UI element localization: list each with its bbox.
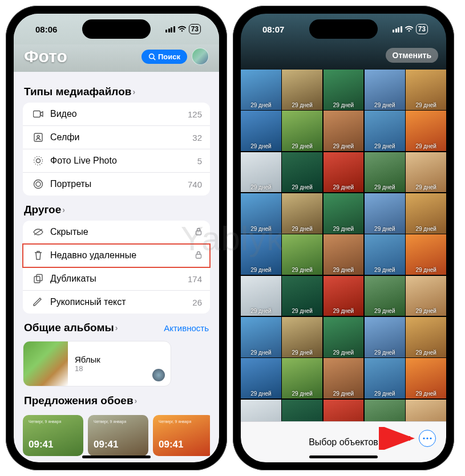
section-wallpaper-header[interactable]: Предложения обоев › bbox=[23, 387, 210, 412]
lock-icon bbox=[195, 227, 202, 237]
photo-thumbnail[interactable]: 29 дней bbox=[406, 193, 446, 234]
photo-thumbnail[interactable]: 29 дней bbox=[365, 358, 405, 398]
photo-thumbnail[interactable]: 29 дней bbox=[324, 276, 364, 316]
days-remaining-label: 29 дней bbox=[292, 226, 312, 232]
trash-icon bbox=[31, 250, 46, 261]
svg-rect-10 bbox=[196, 231, 201, 235]
livephoto-icon bbox=[31, 156, 46, 166]
photo-thumbnail[interactable]: 29 ДНЕЙ bbox=[365, 400, 405, 422]
media-row-video[interactable]: Видео125 bbox=[23, 103, 210, 126]
photo-thumbnail[interactable]: 29 дней bbox=[324, 234, 364, 275]
media-row-livephoto[interactable]: Фото Live Photo5 bbox=[23, 149, 210, 173]
photo-grid: 29 дней29 дней29 дней29 дней29 дней29 дн… bbox=[241, 70, 446, 421]
photo-thumbnail[interactable]: 29 дней bbox=[406, 358, 446, 398]
row-value: 5 bbox=[197, 156, 202, 166]
days-remaining-label: 29 дней bbox=[292, 308, 312, 314]
photo-thumbnail[interactable]: 29 дней bbox=[241, 193, 281, 234]
other-row-hidden[interactable]: Скрытые bbox=[23, 221, 210, 244]
days-remaining-label: 29 дней bbox=[250, 390, 271, 397]
photo-thumbnail[interactable]: 29 дней bbox=[324, 358, 364, 398]
photo-thumbnail[interactable]: 29 дней bbox=[241, 152, 281, 193]
photo-thumbnail[interactable]: 29 дней bbox=[365, 276, 405, 316]
photo-thumbnail[interactable]: 29 дней bbox=[365, 70, 405, 110]
photo-thumbnail[interactable]: 29 дней bbox=[324, 317, 364, 357]
days-remaining-label: 29 дней bbox=[415, 143, 436, 149]
photo-thumbnail[interactable]: 29 дней bbox=[282, 276, 322, 316]
row-label: Скрытые bbox=[50, 227, 195, 237]
photo-thumbnail[interactable]: 29 ДНЕЙ bbox=[282, 400, 322, 422]
photo-thumbnail[interactable]: 29 дней bbox=[241, 317, 281, 357]
svg-point-4 bbox=[37, 136, 39, 138]
photo-thumbnail[interactable]: 29 дней bbox=[282, 111, 322, 151]
photo-thumbnail[interactable]: 29 дней bbox=[241, 111, 281, 151]
other-row-trash[interactable]: Недавно удаленные bbox=[23, 244, 210, 267]
photo-thumbnail[interactable]: 29 ДНЕЙ bbox=[406, 400, 446, 422]
photo-thumbnail[interactable]: 29 дней bbox=[324, 70, 364, 110]
photo-thumbnail[interactable]: 29 дней bbox=[406, 234, 446, 275]
photo-thumbnail[interactable]: 29 дней bbox=[324, 193, 364, 234]
annotation-arrow bbox=[379, 427, 419, 450]
photo-thumbnail[interactable]: 29 ДНЕЙ bbox=[241, 400, 281, 422]
svg-point-5 bbox=[37, 159, 41, 163]
photo-thumbnail[interactable]: 29 дней bbox=[365, 111, 405, 151]
days-remaining-label: 29 дней bbox=[250, 349, 271, 356]
days-remaining-label: 29 дней bbox=[415, 267, 436, 273]
photo-thumbnail[interactable]: 29 дней bbox=[365, 193, 405, 234]
photo-thumbnail[interactable]: 29 дней bbox=[241, 276, 281, 316]
section-shared-header: Общие альбомы › Активность bbox=[23, 314, 210, 339]
row-label: Рукописный текст bbox=[50, 297, 192, 307]
days-remaining-label: 29 дней bbox=[333, 143, 354, 149]
svg-point-7 bbox=[36, 182, 41, 186]
more-button[interactable] bbox=[419, 430, 436, 447]
photo-thumbnail[interactable]: 29 дней bbox=[406, 317, 446, 357]
row-value: 740 bbox=[188, 180, 202, 189]
wallpaper-suggestion[interactable]: Четверг, 9 января09:41 bbox=[23, 415, 83, 456]
cancel-button[interactable]: Отменить bbox=[386, 48, 438, 63]
svg-point-14 bbox=[423, 437, 424, 439]
photo-thumbnail[interactable]: 29 дней bbox=[282, 234, 322, 275]
days-remaining-label: 29 дней bbox=[415, 349, 436, 356]
activity-link[interactable]: Активность bbox=[164, 323, 209, 333]
photo-thumbnail[interactable]: 29 дней bbox=[241, 70, 281, 110]
home-indicator[interactable] bbox=[309, 455, 378, 458]
photo-thumbnail[interactable]: 29 дней bbox=[324, 152, 364, 193]
photo-thumbnail[interactable]: 29 дней bbox=[241, 358, 281, 398]
other-row-duplicates[interactable]: Дубликаты174 bbox=[23, 267, 210, 291]
photo-thumbnail[interactable]: 29 дней bbox=[406, 70, 446, 110]
other-row-handwriting[interactable]: Рукописный текст26 bbox=[23, 291, 210, 314]
photo-thumbnail[interactable]: 29 дней bbox=[324, 111, 364, 151]
handwriting-icon bbox=[31, 297, 46, 307]
album-participant-avatar bbox=[152, 369, 165, 381]
shared-album[interactable]: Яблык 18 bbox=[23, 341, 171, 387]
wallpaper-suggestion[interactable]: Четверг, 9 января09:41 bbox=[153, 415, 210, 456]
photo-thumbnail[interactable]: 29 дней bbox=[282, 358, 322, 398]
media-row-selfie[interactable]: Селфи32 bbox=[23, 126, 210, 149]
wallpaper-date: Четверг, 9 января bbox=[94, 420, 126, 424]
photo-thumbnail[interactable]: 29 дней bbox=[365, 317, 405, 357]
photo-thumbnail[interactable]: 29 дней bbox=[406, 152, 446, 193]
profile-avatar[interactable] bbox=[192, 48, 209, 65]
wallpaper-suggestion[interactable]: Четверг, 9 января09:41 bbox=[88, 415, 148, 456]
photo-thumbnail[interactable]: 29 дней bbox=[406, 276, 446, 316]
photo-thumbnail[interactable]: 29 дней bbox=[365, 234, 405, 275]
photo-thumbnail[interactable]: 29 дней bbox=[282, 317, 322, 357]
photo-thumbnail[interactable]: 29 дней bbox=[282, 193, 322, 234]
photo-thumbnail[interactable]: 29 ДНЕЙ bbox=[324, 400, 364, 422]
photo-thumbnail[interactable]: 29 дней bbox=[241, 234, 281, 275]
status-time: 08:06 bbox=[35, 25, 57, 34]
days-remaining-label: 29 дней bbox=[374, 267, 395, 273]
home-indicator[interactable] bbox=[82, 455, 151, 458]
search-button[interactable]: Поиск bbox=[141, 50, 187, 64]
section-shared-title-link[interactable]: Общие альбомы › bbox=[24, 322, 118, 334]
days-remaining-label: 29 дней bbox=[333, 390, 354, 397]
svg-rect-13 bbox=[37, 275, 42, 281]
media-row-portrait[interactable]: Портреты740 bbox=[23, 173, 210, 196]
page-title: Фото bbox=[24, 47, 67, 66]
photo-thumbnail[interactable]: 29 дней bbox=[406, 111, 446, 151]
photo-thumbnail[interactable]: 29 дней bbox=[282, 70, 322, 110]
photo-thumbnail[interactable]: 29 дней bbox=[282, 152, 322, 193]
days-remaining-label: 29 дней bbox=[292, 102, 312, 108]
section-media-header[interactable]: Типы медиафайлов › bbox=[23, 78, 210, 103]
photo-thumbnail[interactable]: 29 дней bbox=[365, 152, 405, 193]
section-other-header[interactable]: Другое › bbox=[23, 196, 210, 221]
